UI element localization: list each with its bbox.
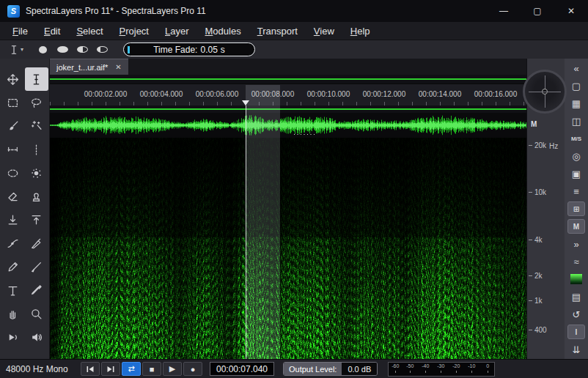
split-view-icon[interactable]: ◫: [567, 114, 585, 128]
record-button[interactable]: ●: [183, 362, 202, 376]
layer-overview-strip[interactable]: [50, 105, 526, 113]
rows-view-icon[interactable]: ▤: [567, 289, 585, 304]
waveform-canvas[interactable]: [50, 113, 526, 138]
pen-tool[interactable]: [1, 255, 25, 278]
scroll-down-icon[interactable]: ⇊: [567, 342, 585, 357]
mono-channel-button[interactable]: M: [567, 219, 585, 234]
info-button[interactable]: I: [567, 325, 585, 339]
ms-mode-button[interactable]: M/S: [567, 131, 585, 146]
frequency-select-tool[interactable]: [25, 138, 48, 161]
output-level-value[interactable]: 0.0 dB: [342, 363, 377, 375]
eraser-tool[interactable]: [1, 185, 25, 208]
clone-stamp-tool[interactable]: [25, 185, 48, 208]
ellipse-selection-tool[interactable]: [1, 161, 25, 185]
brush-selection-tool[interactable]: [1, 114, 25, 138]
right-panel-toolbar: « ▢ ▦ ◫ M/S ◎ ▣ ≡ ⊞ M » ≈ ▤ ↺ I ⇊: [565, 59, 588, 359]
freq-label-4k: 4k: [529, 236, 543, 244]
grid-view-button[interactable]: ⊞: [567, 201, 585, 216]
waveform-panel[interactable]: [50, 113, 526, 138]
tab-close-icon[interactable]: ✕: [115, 63, 121, 71]
move-tool[interactable]: [1, 67, 25, 91]
rectangle-selection-tool[interactable]: [1, 91, 25, 114]
go-to-start-button[interactable]: [81, 362, 100, 376]
arrow-down-tray-icon: [7, 214, 19, 226]
fade-shape-ellipse-button[interactable]: [54, 43, 71, 56]
dashed-line-icon: [7, 144, 19, 156]
selection-tool-dropdown[interactable]: ▾: [6, 43, 26, 56]
colormap-swatch[interactable]: [567, 272, 585, 286]
play-button[interactable]: ▶: [163, 362, 182, 376]
magic-wand-tool[interactable]: [25, 114, 48, 138]
playhead-time-display[interactable]: 00:00:07.040: [210, 362, 274, 376]
monitor-audio-tool[interactable]: [25, 325, 48, 349]
playback-tool[interactable]: [1, 325, 25, 349]
list-panel-icon[interactable]: ≡: [567, 184, 585, 199]
go-to-end-button[interactable]: [101, 362, 120, 376]
magnifier-icon: [30, 308, 43, 320]
time-ruler[interactable]: 00:00:02.000 00:00:04.000 00:00:06.000 0…: [50, 84, 526, 105]
status-bar: 48000 Hz Mono ⇄ ■ ▶ ● 00:00:07.040 Outpu…: [0, 359, 588, 378]
history-icon[interactable]: ↺: [567, 307, 585, 322]
stop-button[interactable]: ■: [142, 362, 161, 376]
menu-layer[interactable]: Layer: [157, 23, 197, 39]
loop-button[interactable]: ⇄: [122, 362, 141, 376]
overview-strip[interactable]: [50, 75, 526, 84]
meter-tick-label: -40: [422, 363, 429, 368]
magic-wand-icon: [30, 120, 43, 133]
spray-selection-tool[interactable]: [25, 161, 48, 185]
menu-edit[interactable]: Edit: [36, 23, 68, 39]
minimize-button[interactable]: —: [487, 0, 521, 22]
fade-handle-dots[interactable]: ·······: [293, 130, 316, 138]
menu-transport[interactable]: Transport: [249, 23, 306, 39]
display-icon[interactable]: ▢: [567, 78, 585, 93]
fade-shape-circle-button[interactable]: [34, 43, 51, 56]
spectrogram-view-icon[interactable]: ▦: [567, 96, 585, 111]
menu-view[interactable]: View: [306, 23, 342, 39]
menu-select[interactable]: Select: [68, 23, 111, 39]
expand-panel-icon[interactable]: »: [567, 237, 585, 251]
time-fade-label: Time Fade:: [153, 45, 197, 55]
output-level-control[interactable]: Output Level: 0.0 dB: [283, 362, 378, 376]
transport-controls: ⇄ ■ ▶ ●: [81, 362, 202, 376]
time-fade-value[interactable]: 0.05: [200, 45, 217, 55]
menu-project[interactable]: Project: [111, 23, 157, 39]
hand-tool[interactable]: [1, 302, 25, 325]
eyedropper-tool[interactable]: [25, 278, 48, 302]
close-button[interactable]: ✕: [554, 0, 588, 22]
maximize-button[interactable]: ▢: [521, 0, 554, 22]
fade-shape-half-button[interactable]: [73, 43, 91, 56]
overview-waveform-line: [50, 78, 526, 80]
level-curve-tool[interactable]: [1, 231, 25, 255]
meter-tick-mark: [395, 371, 396, 373]
knife-tool[interactable]: [25, 231, 48, 255]
app-logo-icon: S: [7, 5, 20, 18]
layers-panel-icon[interactable]: ▣: [567, 166, 585, 181]
menu-modules[interactable]: Modules: [197, 23, 249, 39]
fade-shape-edge-button[interactable]: [93, 43, 111, 56]
stamp-icon: [30, 190, 43, 203]
playhead-line[interactable]: [246, 105, 246, 359]
selection-region[interactable]: [246, 85, 280, 359]
collapse-panel-icon[interactable]: «: [567, 61, 585, 75]
time-selection-tool[interactable]: [25, 67, 48, 91]
document-tab[interactable]: joker_t...ur.aif* ✕: [50, 59, 128, 75]
text-tool[interactable]: [1, 278, 25, 302]
pencil-tool[interactable]: [25, 255, 48, 278]
playhead-marker[interactable]: [242, 100, 249, 105]
time-range-select-tool[interactable]: [1, 138, 25, 161]
level-meter: -60 -50 -40 -30 -20 -10 0: [388, 362, 495, 377]
lasso-selection-tool[interactable]: [25, 91, 48, 114]
time-tick-label: 00:00:10.000: [307, 90, 350, 98]
zoom-tool[interactable]: [25, 302, 48, 325]
navigation-wheel[interactable]: [523, 70, 567, 114]
time-fade-field[interactable]: Time Fade: 0.05 s: [123, 42, 255, 56]
waves-view-icon[interactable]: ≈: [567, 254, 585, 269]
spectrogram-panel[interactable]: [50, 138, 526, 359]
spray-icon: [30, 167, 43, 179]
phase-display-icon[interactable]: ◎: [567, 149, 585, 163]
menu-help[interactable]: Help: [342, 23, 378, 39]
transfer-down-tool[interactable]: [1, 208, 25, 231]
transfer-up-tool[interactable]: [25, 208, 48, 231]
menu-file[interactable]: File: [4, 23, 36, 39]
spectrogram-canvas[interactable]: [50, 138, 526, 359]
